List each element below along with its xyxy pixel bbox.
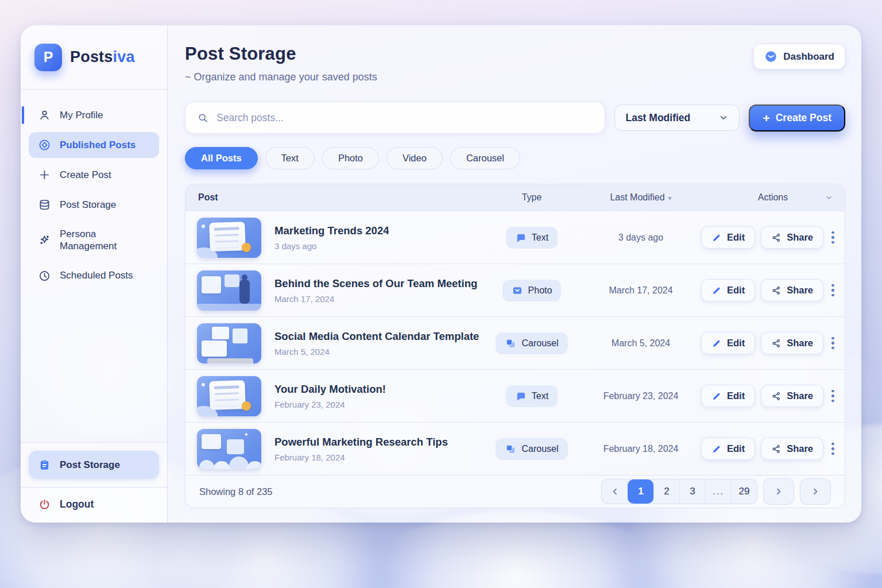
filter-chips: All Posts Text Photo Video Carousel	[185, 147, 845, 169]
more-options-button[interactable]	[829, 385, 837, 407]
page-button-2[interactable]: 2	[653, 479, 679, 504]
table-header-row: Post Type Last Modified▾ Actions	[185, 184, 845, 211]
sort-selected-value: Last Modified	[625, 112, 690, 124]
filter-video[interactable]: Video	[386, 147, 443, 169]
post-thumbnail	[197, 270, 261, 311]
dashboard-button[interactable]: Dashboard	[753, 44, 845, 69]
chevron-right-icon	[774, 487, 783, 496]
app-window: P Postsiva My Profile Published Posts Cr…	[21, 25, 861, 523]
sidebar-footer: Post Storage Logout	[21, 442, 167, 523]
last-modified-value: March 17, 2024	[581, 285, 701, 296]
post-title: Social Media Content Calendar Template	[274, 330, 479, 343]
chevron-down-icon	[718, 113, 729, 123]
edit-label: Edit	[727, 285, 745, 296]
post-date: March 17, 2024	[274, 294, 477, 304]
prev-page-button[interactable]	[602, 479, 628, 504]
create-post-button[interactable]: + Create Post	[749, 105, 845, 131]
search-box	[185, 102, 605, 134]
brand-name: Postsiva	[70, 48, 135, 66]
sidebar-item-create-post[interactable]: Create Post	[29, 162, 159, 188]
plus-icon: +	[763, 112, 769, 124]
table-row[interactable]: Powerful Marketing Research Tips Februar…	[185, 422, 845, 475]
share-button[interactable]: Share	[761, 385, 823, 407]
sidebar-item-published-posts[interactable]: Published Posts	[29, 132, 159, 158]
cloud-decoration	[356, 511, 678, 588]
share-button[interactable]: Share	[761, 438, 823, 460]
post-title: Marketing Trends 2024	[274, 225, 389, 237]
filter-carousel[interactable]: Carousel	[450, 147, 520, 169]
sidebar-post-storage-shortcut[interactable]: Post Storage	[29, 451, 159, 479]
edit-button[interactable]: Edit	[701, 332, 755, 354]
sidebar-item-label: Post Storage	[60, 199, 116, 211]
column-header-type: Type	[483, 192, 581, 203]
search-input[interactable]	[216, 112, 593, 124]
table-row[interactable]: Marketing Trends 2024 3 days ago Text 3 …	[185, 211, 845, 264]
more-options-button[interactable]	[829, 227, 837, 249]
share-button[interactable]: Share	[761, 226, 823, 249]
carousel-icon	[505, 338, 516, 349]
page-ellipsis: ...	[705, 479, 731, 504]
table-row[interactable]: Social Media Content Calendar Template M…	[185, 316, 845, 369]
last-page-button[interactable]	[800, 478, 831, 505]
type-badge: Text	[506, 385, 558, 407]
filter-all-posts[interactable]: All Posts	[185, 147, 258, 169]
sidebar-item-scheduled-posts[interactable]: Scheduled Posts	[29, 263, 159, 289]
sidebar-item-persona-management[interactable]: Persona Management	[29, 222, 159, 259]
edit-label: Edit	[727, 443, 745, 454]
share-label: Share	[787, 285, 813, 296]
more-options-button[interactable]	[829, 332, 837, 354]
toolbar: Last Modified + Create Post	[185, 102, 845, 134]
edit-button[interactable]: Edit	[701, 385, 755, 407]
type-label: Carousel	[521, 338, 558, 349]
last-modified-value: March 5, 2024	[581, 338, 701, 349]
search-icon	[197, 112, 209, 124]
clipboard-icon	[38, 458, 51, 471]
filter-text[interactable]: Text	[265, 147, 315, 169]
page-button-1[interactable]: 1	[628, 479, 653, 504]
filter-photo[interactable]: Photo	[322, 147, 379, 169]
type-label: Photo	[528, 285, 552, 296]
pencil-icon	[711, 338, 722, 349]
create-post-label: Create Post	[776, 112, 831, 124]
share-icon	[771, 391, 782, 401]
post-title: Powerful Marketing Research Tips	[274, 436, 448, 448]
page-button-29[interactable]: 29	[731, 479, 757, 504]
table-row[interactable]: Your Daily Motivation! February 23, 2024…	[185, 369, 845, 422]
share-label: Share	[787, 338, 813, 349]
column-header-actions[interactable]: Actions	[701, 192, 845, 203]
post-date: March 5, 2024	[274, 347, 479, 357]
sidebar-item-label: Published Posts	[60, 139, 136, 151]
pagination-bar: Showing 8 of 235 1 2 3 ... 29	[185, 475, 845, 508]
sidebar-item-label: Create Post	[60, 169, 111, 181]
column-header-last-modified[interactable]: Last Modified▾	[581, 192, 701, 203]
post-date: 3 days ago	[274, 241, 389, 251]
text-bubble-icon	[515, 232, 527, 243]
user-icon	[38, 109, 51, 122]
sidebar-item-my-profile[interactable]: My Profile	[29, 102, 159, 128]
edit-button[interactable]: Edit	[701, 279, 755, 301]
chevron-right-icon	[811, 487, 820, 496]
sidebar-item-label: Persona Management	[60, 228, 152, 253]
more-options-button[interactable]	[829, 280, 837, 301]
post-thumbnail	[197, 323, 261, 363]
edit-button[interactable]: Edit	[701, 438, 755, 460]
page-subtitle: ~ Organize and manage your saved posts	[185, 71, 377, 83]
table-row[interactable]: Behind the Scenes of Our Team Meeting Ma…	[185, 264, 845, 316]
active-indicator	[22, 106, 24, 124]
post-thumbnail	[197, 376, 261, 416]
share-button[interactable]: Share	[761, 332, 823, 354]
page-button-3[interactable]: 3	[679, 479, 705, 504]
type-badge: Carousel	[496, 438, 567, 460]
sort-dropdown[interactable]: Last Modified	[614, 105, 740, 131]
edit-button[interactable]: Edit	[701, 226, 755, 249]
brand-logo: P Postsiva	[21, 25, 167, 90]
sidebar-item-post-storage[interactable]: Post Storage	[29, 192, 159, 218]
more-options-button[interactable]	[829, 438, 837, 460]
chevron-down-icon	[825, 194, 833, 202]
post-date: February 18, 2024	[274, 452, 448, 462]
next-page-button[interactable]	[763, 478, 794, 505]
posts-table: Post Type Last Modified▾ Actions Marketi…	[185, 184, 845, 508]
logout-button[interactable]: Logout	[21, 487, 167, 523]
sidebar-nav: My Profile Published Posts Create Post P…	[21, 90, 167, 289]
share-button[interactable]: Share	[761, 279, 823, 301]
